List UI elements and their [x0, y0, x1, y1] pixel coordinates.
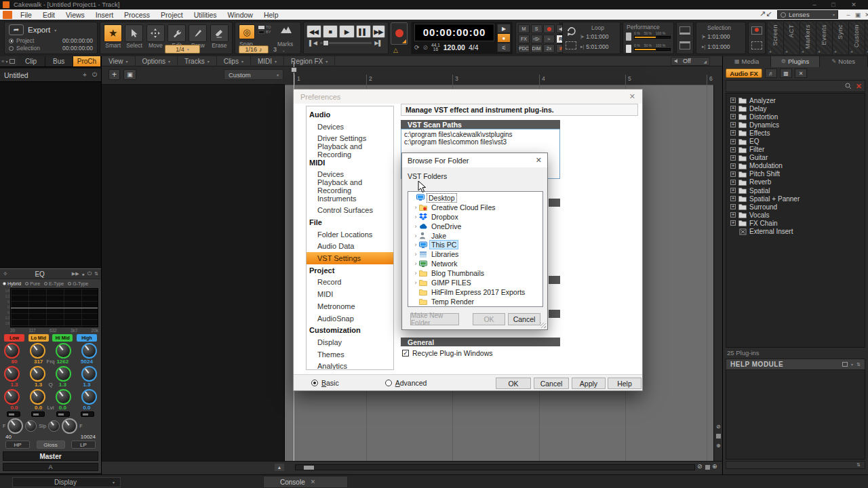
window-maximize-button[interactable]: □ — [826, 0, 841, 9]
resize-grip[interactable] — [540, 323, 546, 328]
browse-cancel-button[interactable]: Cancel — [508, 313, 540, 325]
recycle-checkbox[interactable]: ✓ — [402, 350, 409, 357]
track-name[interactable]: Untitled — [4, 71, 28, 79]
clear-search-icon[interactable]: ✕ — [856, 82, 862, 91]
lo-mid-frq-knob[interactable] — [30, 343, 45, 359]
audio-fx-filter-button[interactable]: Audio FX — [726, 68, 762, 78]
low-q-knob[interactable] — [4, 366, 20, 382]
meter-display[interactable]: 4/4 — [469, 43, 479, 52]
export-label[interactable]: Export — [28, 26, 50, 34]
snap-resolution-dropdown[interactable]: 1/16♪ — [239, 45, 269, 54]
inspector-tab-proch[interactable]: ProCh — [73, 56, 101, 66]
plugin-category-fx-chain[interactable]: +FX Chain — [726, 219, 865, 227]
high-frq-knob[interactable] — [81, 343, 97, 359]
folder-tree-item-blog-thumbnails[interactable]: ›Blog Thumbnails — [408, 268, 542, 278]
folder-tree-item-this-pc[interactable]: ›This PC — [408, 240, 542, 249]
basic-radio-row[interactable]: Basic — [311, 379, 339, 387]
expand-plus-icon[interactable]: + — [730, 98, 736, 103]
mix-button-2x[interactable]: 2x — [543, 44, 555, 53]
zoom-slider-handle[interactable] — [705, 465, 710, 470]
mix-button-dim[interactable]: DIM — [531, 44, 542, 53]
export-caret-icon[interactable]: ▾ — [54, 28, 56, 33]
folder-tree-item-desktop[interactable]: Desktop — [408, 193, 542, 203]
expand-plus-icon[interactable]: + — [730, 171, 736, 177]
module-tab-markers[interactable]: Markers◂ — [800, 22, 816, 54]
scan-path-row[interactable]: c:\program files\common files\vst3 — [404, 138, 557, 146]
lp-button[interactable]: LP — [71, 441, 96, 449]
gloss-button[interactable]: Gloss — [37, 441, 65, 449]
eq-expand-icon[interactable]: ▶▶ — [72, 271, 79, 277]
add-track-button[interactable]: + — [108, 69, 120, 80]
plugin-category-dynamics[interactable]: +Dynamics — [726, 121, 865, 129]
expand-plus-icon[interactable]: + — [730, 122, 736, 127]
selection-start-time[interactable]: 1:01:000 — [707, 33, 730, 40]
folder-tree-item-onedrive[interactable]: ›OneDrive — [408, 222, 542, 231]
snap-dot[interactable]: . — [283, 46, 285, 53]
plugin-search-input[interactable] — [729, 82, 845, 91]
trackview-menu-region-fx[interactable]: Region FX▾ — [284, 56, 335, 66]
expand-plus-icon[interactable]: + — [730, 212, 736, 218]
folder-tree-item-dropbox[interactable]: ›Dropbox — [408, 212, 542, 222]
snap-toggle-button[interactable]: ◎ — [239, 24, 255, 39]
tool-smart[interactable]: ★Smart — [104, 24, 122, 49]
zoom-out-icon[interactable]: ⊘ — [697, 463, 703, 470]
pref-item-metronome[interactable]: Metronome — [307, 300, 393, 312]
expand-plus-icon[interactable]: + — [730, 220, 736, 226]
time-ruler[interactable]: 123456 — [285, 66, 722, 85]
collapse-icon[interactable]: « — [0, 58, 5, 64]
hp-button[interactable]: HP — [5, 441, 30, 449]
expand-plus-icon[interactable]: + — [730, 196, 736, 201]
console-close-icon[interactable]: ✕ — [311, 479, 316, 485]
preferences-apply-button[interactable]: Apply — [572, 378, 606, 389]
mix-button-m[interactable]: M — [518, 24, 530, 33]
plugin-category-reverb[interactable]: +Reverb — [726, 178, 865, 186]
menubar-item-insert[interactable]: Insert — [90, 9, 119, 20]
lenses-dropdown[interactable]: Lenses ▾ — [777, 10, 838, 19]
menubar-item-help[interactable]: Help — [258, 9, 284, 20]
preferences-titlebar[interactable]: Preferences ✕ — [294, 89, 642, 104]
preferences-help-button[interactable]: Help — [608, 378, 642, 389]
track-headers-area[interactable] — [102, 85, 285, 461]
rewire-filter-icon[interactable]: ✕ — [795, 68, 807, 78]
plugin-category-pitch-shift[interactable]: +Pitch Shift — [726, 170, 865, 178]
high-q-knob[interactable] — [81, 366, 97, 382]
sync-icon[interactable]: ⟳ — [414, 44, 420, 51]
plugin-category-spatial[interactable]: +Spatial — [726, 186, 865, 195]
trackview-menu-view[interactable]: View▾ — [102, 56, 136, 66]
folder-tree-item-gimp-files[interactable]: ›GIMP FILES — [408, 278, 542, 287]
move-tool-icon[interactable] — [146, 24, 165, 42]
folder-tree-item-temp-render[interactable]: Temp Render — [408, 297, 542, 306]
instruments-filter-icon[interactable]: ♬ — [765, 68, 777, 78]
expander-icon[interactable]: › — [412, 214, 419, 220]
module-tab-sync[interactable]: Sync◂ — [833, 22, 849, 54]
lomid-band-switch[interactable] — [31, 411, 45, 417]
plugin-category-delay[interactable]: +Delay — [726, 104, 865, 113]
collapse-up-button[interactable]: ▲ — [275, 464, 284, 471]
metronome-icon[interactable]: △ — [393, 47, 398, 54]
eq-band-button-low[interactable]: Low — [4, 334, 24, 342]
fast-forward-button[interactable]: ▶▶ — [372, 25, 385, 38]
preferences-close-icon[interactable]: ✕ — [629, 92, 635, 101]
expander-icon[interactable]: › — [412, 204, 419, 211]
select-tool-icon[interactable] — [125, 24, 143, 42]
tool-select[interactable]: Select — [125, 24, 143, 49]
console-tab[interactable]: Console ✕ — [263, 476, 348, 488]
plugin-category-eq[interactable]: +EQ — [726, 137, 865, 145]
now-time-marker-handle[interactable] — [291, 67, 297, 73]
scan-path-row[interactable]: c:\program files\cakewalk\vstplugins — [404, 131, 557, 138]
advanced-radio-row[interactable]: Advanced — [385, 379, 427, 387]
track-strip[interactable]: Untitled + ⏻ — [0, 68, 101, 82]
hi-mid-lvl-knob[interactable] — [56, 389, 71, 405]
pref-item-midi[interactable]: MIDI — [307, 288, 393, 300]
export-selection-radio[interactable] — [9, 46, 14, 51]
smart-tool-icon[interactable]: ★ — [104, 24, 122, 42]
eq-mode-g-type[interactable]: G-Type — [68, 281, 88, 286]
loop-icon[interactable] — [566, 26, 578, 37]
plugin-category-distortion[interactable]: +Distortion — [726, 113, 865, 121]
position-slider[interactable] — [320, 42, 372, 44]
edit-tool-icon[interactable] — [167, 24, 186, 42]
plugin-category-guitar[interactable]: +Guitar — [726, 154, 865, 162]
expander-icon[interactable]: › — [412, 223, 419, 230]
module-tab-custom[interactable]: Custom◂ — [849, 22, 865, 54]
expand-plus-icon[interactable]: + — [730, 130, 736, 136]
